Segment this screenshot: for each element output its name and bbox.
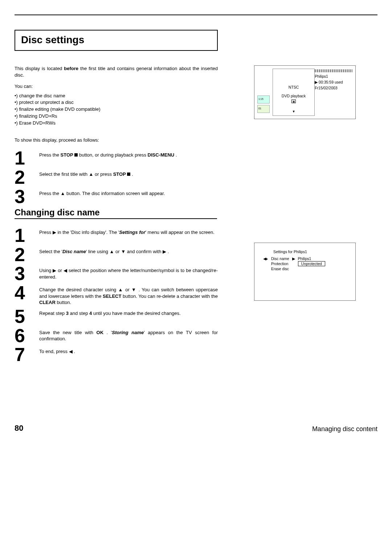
list-item: protect or unprotect a disc — [15, 99, 218, 106]
txt: . — [166, 249, 169, 254]
step-number: 3 — [15, 265, 29, 282]
bold: Disc name — [62, 249, 86, 254]
thumb-track: 01 — [257, 105, 270, 113]
txt: ▶ — [53, 230, 56, 235]
stop-icon — [74, 153, 78, 157]
bold: 3 — [66, 311, 69, 316]
txt: ' menu will appear on the screen. — [145, 230, 214, 235]
setting-value: Philips1 — [298, 256, 328, 261]
txt: or — [56, 268, 63, 273]
txt: or — [114, 249, 121, 254]
step-number: 3 — [15, 188, 29, 205]
txt: Select the ' — [39, 249, 62, 254]
step-text: Press the STOP button, or during playbac… — [39, 150, 218, 158]
thumb-label: 01 — [258, 107, 261, 110]
txt: Press — [39, 230, 53, 235]
txt: and confirm with — [126, 249, 163, 254]
txt: 00:35:59 used — [319, 80, 343, 84]
txt: ▲ — [118, 287, 123, 292]
mode-label: DVD playback — [273, 94, 314, 98]
step-number: 5 — [15, 308, 29, 325]
step-text: Repeat step 3 and step 4 until you have … — [39, 308, 218, 317]
bold: Settings for — [119, 230, 145, 235]
thumb-clock: 1:15 — [257, 96, 270, 104]
list-item: Erase DVD+RWs — [15, 120, 218, 127]
bold: OK — [97, 330, 104, 335]
bold: STOP — [113, 171, 126, 177]
intro-text: This display is located before the first… — [15, 65, 218, 78]
tv-info-panel: Philips1 ▶ 00:35:59 used Fr15/02/2003 — [315, 69, 352, 116]
bold: Storing name — [112, 330, 144, 335]
txt: Select the first title with — [39, 171, 89, 177]
step-row: 3Using ▶ or ◀ select the position where … — [15, 265, 218, 282]
nav-arrows: ◀▸ — [263, 256, 271, 261]
step-text: Select the 'Disc name' line using ▲ or ▼… — [39, 246, 218, 255]
ntsc-label: NTSC — [273, 85, 314, 89]
step-row: 3 Press the ▲ button. The disc informati… — [15, 188, 218, 205]
left-column: Disc settings — [15, 30, 218, 65]
bullet-list: change the disc name protect or unprotec… — [15, 93, 218, 127]
txt: button. You can re-delete a character wi… — [121, 293, 218, 299]
step-number: 2 — [15, 246, 29, 263]
list-item: finalize editing (make DVD compatible) — [15, 106, 218, 113]
settings-title: Settings for Philips1 — [263, 250, 347, 254]
step-row: 4Change the desired character using ▲ or… — [15, 284, 218, 306]
footer-title: Managing disc content — [312, 425, 377, 433]
tv-screen-disc-info: 1:15 01 NTSC DVD playback ▣ ▼ Philips1 ▶… — [254, 65, 356, 119]
setting-key: Erase disc — [271, 266, 292, 271]
txt: button. — [56, 300, 71, 305]
down-icon: ▼ — [273, 110, 314, 113]
txt: ▼ — [131, 287, 136, 292]
tv-screen-settings: Settings for Philips1 ◀▸ Disc name ▶ Phi… — [254, 243, 356, 301]
right-column: 1:15 01 NTSC DVD playback ▣ ▼ Philips1 ▶… — [229, 65, 356, 301]
txt: Save the new title with — [39, 330, 97, 335]
step-row: 5Repeat step 3 and step 4 until you have… — [15, 308, 218, 325]
step-text: To end, press ◀ . — [39, 346, 218, 355]
step-text: Using ▶ or ◀ select the position where t… — [39, 265, 218, 280]
you-can-label: You can: — [15, 83, 218, 90]
section-title: Disc settings — [15, 30, 218, 51]
used-value: ▶ 00:35:59 used — [315, 80, 352, 85]
settings-row: Erase disc — [263, 266, 328, 271]
txt: ' line using — [86, 249, 110, 254]
step-number: 7 — [15, 346, 29, 363]
txt: Repeat step — [39, 311, 66, 316]
show-display: To show this display, proceed as follows… — [15, 137, 218, 143]
txt: . — [174, 152, 177, 158]
step-row: 1 Press the STOP button, or during playb… — [15, 150, 218, 167]
txt: ◀ — [69, 349, 73, 354]
txt: Press the — [39, 191, 61, 196]
txt: and step — [69, 311, 89, 316]
tv-preview: NTSC DVD playback ▣ ▼ — [273, 69, 315, 116]
step-text: Save the new title with OK . 'Storing na… — [39, 327, 218, 342]
step-text: Change the desired character using ▲ or … — [39, 284, 218, 306]
txt: To end, press — [39, 349, 69, 354]
step-row: 1Press ▶ in the 'Disc info display'. The… — [15, 227, 218, 244]
step-number: 1 — [15, 227, 29, 244]
step-text: Select the first title with ▲ or press S… — [39, 169, 218, 178]
steps-b: 1Press ▶ in the 'Disc info display'. The… — [15, 227, 218, 363]
up-icon: ▲ — [61, 190, 65, 197]
list-item: finalizing DVD+Rs — [15, 113, 218, 120]
date-value: Fr15/02/2003 — [315, 85, 352, 91]
settings-row: Protection Unprotected — [263, 261, 328, 266]
txt: ◀ — [64, 268, 67, 273]
play-icon: ▶ — [315, 80, 318, 85]
setting-key: Disc name — [271, 256, 292, 261]
steps-a: 1 Press the STOP button, or during playb… — [15, 150, 218, 205]
intro-pre: This display is located — [15, 66, 64, 71]
txt: in the 'Disc info display'. The ' — [56, 230, 119, 235]
txt: Using — [39, 268, 53, 273]
step-number: 6 — [15, 327, 29, 344]
page-footer: 80 Managing disc content — [15, 423, 377, 433]
step-row: 2Select the 'Disc name' line using ▲ or … — [15, 246, 218, 263]
txt: button, or during playback press — [78, 152, 147, 158]
txt: Change the desired character using — [39, 287, 118, 292]
txt: Press the — [39, 152, 61, 158]
bold: SELECT — [103, 293, 121, 299]
txt: or — [123, 287, 131, 292]
list-item: change the disc name — [15, 93, 218, 100]
txt: . ' — [103, 330, 112, 335]
bold: DISC-MENU — [148, 152, 175, 158]
txt: ▶ — [53, 268, 56, 273]
